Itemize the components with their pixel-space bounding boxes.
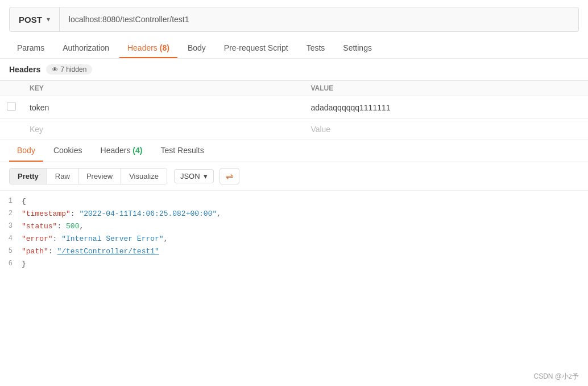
fmt-preview[interactable]: Preview bbox=[78, 169, 121, 184]
code-line-5: 5 "path": "/testController/test1" bbox=[0, 245, 588, 258]
headers-section: Headers 👁 7 hidden bbox=[0, 59, 588, 81]
headers-table: KEY VALUE token adadaqqqqqq1111111 Key V… bbox=[0, 81, 588, 140]
row2-checkbox-cell bbox=[0, 119, 23, 140]
rtab-headers[interactable]: Headers (4) bbox=[93, 140, 151, 162]
code-line-4: 4 "error": "Internal Server Error", bbox=[0, 233, 588, 245]
rtab-headers-label: Headers bbox=[101, 146, 131, 155]
checkbox-col-header bbox=[0, 81, 23, 96]
tab-headers[interactable]: Headers (8) bbox=[119, 39, 177, 58]
tab-body[interactable]: Body bbox=[180, 39, 214, 58]
line-num-1: 1 bbox=[5, 195, 22, 207]
tab-tests[interactable]: Tests bbox=[299, 39, 333, 58]
response-tabs: Body Cookies Headers (4) Test Results bbox=[0, 140, 588, 162]
json-label: JSON bbox=[180, 172, 200, 180]
table-row: Key Value bbox=[0, 119, 588, 140]
code-line-6: 6 } bbox=[0, 258, 588, 270]
format-bar: Pretty Raw Preview Visualize JSON ▾ ⇌ bbox=[0, 162, 588, 191]
tab-prerequest[interactable]: Pre-request Script bbox=[216, 39, 296, 58]
val-path[interactable]: "/testController/test1" bbox=[57, 247, 159, 256]
val-timestamp: "2022-04-11T14:06:25.082+00:00" bbox=[79, 210, 217, 218]
rtab-cookies[interactable]: Cookies bbox=[45, 140, 90, 162]
code-brace-open: { bbox=[22, 195, 26, 208]
request-tabs: Params Authorization Headers (8) Body Pr… bbox=[0, 39, 588, 59]
method-label: POST bbox=[19, 15, 42, 24]
tab-headers-label: Headers bbox=[127, 43, 158, 52]
val-status: 500 bbox=[66, 222, 79, 231]
val-error: "Internal Server Error" bbox=[61, 235, 163, 243]
line-num-5: 5 bbox=[5, 245, 22, 257]
tab-settings[interactable]: Settings bbox=[335, 39, 380, 58]
headers-label: Headers bbox=[9, 65, 40, 74]
row1-value[interactable]: adadaqqqqqq1111111 bbox=[304, 96, 588, 119]
tab-headers-badge: (8) bbox=[160, 43, 169, 52]
tab-authorization[interactable]: Authorization bbox=[55, 39, 117, 58]
row1-checkbox[interactable] bbox=[7, 102, 16, 111]
key-path: "path" bbox=[22, 247, 48, 256]
code-line-5-content: "path": "/testController/test1" bbox=[22, 245, 159, 258]
value-col-header: VALUE bbox=[304, 81, 588, 96]
tab-params[interactable]: Params bbox=[9, 39, 52, 58]
row1-key[interactable]: token bbox=[23, 96, 304, 119]
json-chevron-icon: ▾ bbox=[204, 172, 208, 180]
fmt-visualize[interactable]: Visualize bbox=[121, 169, 167, 184]
line-num-3: 3 bbox=[5, 220, 22, 232]
wrap-icon: ⇌ bbox=[226, 171, 233, 181]
code-line-2-content: "timestamp": "2022-04-11T14:06:25.082+00… bbox=[22, 208, 221, 220]
url-input[interactable] bbox=[60, 15, 578, 24]
table-row: token adadaqqqqqq1111111 bbox=[0, 96, 588, 119]
rtab-testresults[interactable]: Test Results bbox=[152, 140, 212, 162]
code-line-4-content: "error": "Internal Server Error", bbox=[22, 233, 168, 245]
row2-key[interactable]: Key bbox=[23, 119, 304, 140]
url-bar: POST ▾ bbox=[9, 7, 579, 32]
line-num-4: 4 bbox=[5, 233, 22, 244]
key-col-header: KEY bbox=[23, 81, 304, 96]
key-status: "status" bbox=[22, 222, 57, 231]
method-selector[interactable]: POST ▾ bbox=[10, 7, 60, 31]
key-error: "error" bbox=[22, 235, 53, 243]
fmt-raw[interactable]: Raw bbox=[47, 169, 78, 184]
row2-value[interactable]: Value bbox=[304, 119, 588, 140]
hidden-count: 7 hidden bbox=[60, 65, 86, 73]
row1-checkbox-cell bbox=[0, 96, 23, 119]
line-num-2: 2 bbox=[5, 208, 22, 219]
code-line-3-content: "status": 500, bbox=[22, 220, 84, 233]
code-line-3: 3 "status": 500, bbox=[0, 220, 588, 233]
code-line-1: 1 { bbox=[0, 195, 588, 208]
chevron-down-icon: ▾ bbox=[47, 15, 50, 23]
code-line-2: 2 "timestamp": "2022-04-11T14:06:25.082+… bbox=[0, 208, 588, 220]
wrap-button[interactable]: ⇌ bbox=[220, 168, 239, 184]
code-brace-close: } bbox=[22, 258, 26, 270]
format-group: Pretty Raw Preview Visualize bbox=[9, 168, 167, 184]
rtab-body[interactable]: Body bbox=[9, 140, 43, 162]
rtab-headers-badge: (4) bbox=[132, 146, 142, 155]
hidden-badge[interactable]: 👁 7 hidden bbox=[46, 64, 92, 75]
key-timestamp: "timestamp" bbox=[22, 210, 71, 218]
json-selector[interactable]: JSON ▾ bbox=[174, 169, 214, 183]
line-num-6: 6 bbox=[5, 258, 22, 269]
fmt-pretty[interactable]: Pretty bbox=[10, 169, 47, 184]
response-body: 1 { 2 "timestamp": "2022-04-11T14:06:25.… bbox=[0, 191, 588, 276]
eye-icon: 👁 bbox=[52, 66, 58, 73]
